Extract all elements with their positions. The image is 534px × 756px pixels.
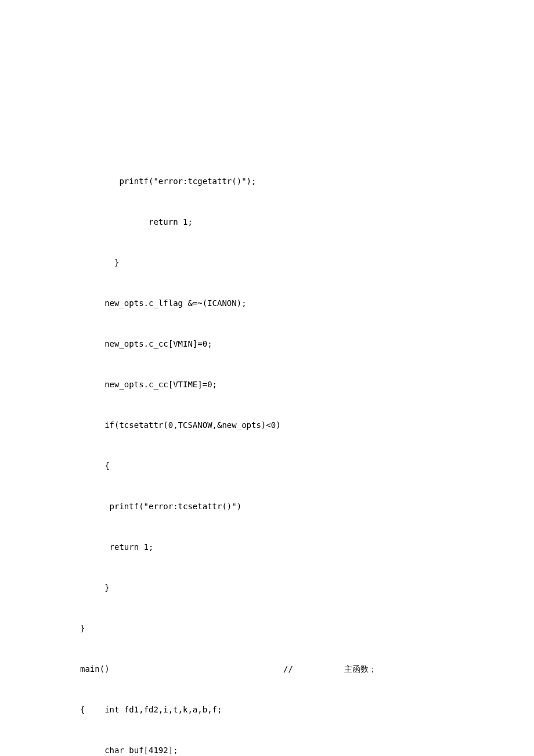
code-line: new_opts.c_cc[VMIN]=0; xyxy=(80,334,534,354)
code-line: new_opts.c_lflag &=~(ICANON); xyxy=(80,293,534,314)
main-declaration-line: main()//主函数； xyxy=(80,659,534,679)
code-line: } xyxy=(80,618,534,639)
code-line: new_opts.c_cc[VTIME]=0; xyxy=(80,375,534,395)
code-line: return 1; xyxy=(80,212,534,232)
code-line: } xyxy=(80,253,534,273)
code-line: char buf[4192]; xyxy=(80,740,534,756)
code-line: printf("error:tcsetattr()") xyxy=(80,496,534,517)
code-line: { int fd1,fd2,i,t,k,a,b,f; xyxy=(80,700,534,720)
code-line: printf("error:tcgetattr()"); xyxy=(80,171,534,192)
code-text: main() xyxy=(80,659,283,679)
code-line: } xyxy=(80,578,534,598)
code-line: { xyxy=(80,456,534,476)
code-block: printf("error:tcgetattr()"); return 1; }… xyxy=(80,151,534,756)
code-line: return 1; xyxy=(80,537,534,557)
comment-text: 主函数； xyxy=(344,659,377,679)
code-line: if(tcsetattr(0,TCSANOW,&new_opts)<0) xyxy=(80,415,534,435)
comment-slash: // xyxy=(283,659,344,679)
